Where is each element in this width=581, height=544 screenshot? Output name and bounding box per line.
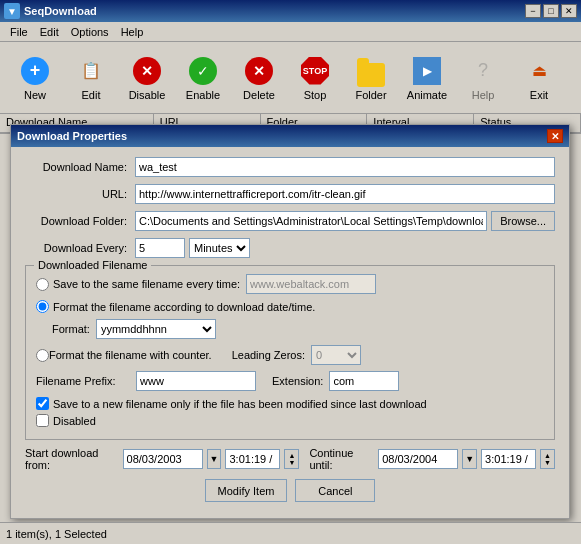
ext-input[interactable] bbox=[329, 371, 399, 391]
toolbar-enable-button[interactable]: ✓ Enable bbox=[176, 47, 230, 109]
enable-icon: ✓ bbox=[187, 55, 219, 87]
radio2-label: Format the filename according to downloa… bbox=[53, 301, 315, 313]
continue-label: Continue until: bbox=[309, 447, 374, 471]
folder-icon bbox=[355, 55, 387, 87]
minimize-button[interactable]: − bbox=[525, 4, 541, 18]
menu-file[interactable]: File bbox=[4, 24, 34, 40]
radio-same-filename[interactable] bbox=[36, 278, 49, 291]
download-properties-dialog: Download Properties ✕ Download Name: URL… bbox=[10, 124, 570, 519]
same-filename-input[interactable] bbox=[246, 274, 376, 294]
group-title: Downloaded Filename bbox=[34, 259, 151, 271]
folder-label: Folder bbox=[355, 89, 386, 101]
download-name-row: Download Name: bbox=[25, 157, 555, 177]
dialog-close-button[interactable]: ✕ bbox=[547, 129, 563, 143]
radio2-row: Format the filename according to downloa… bbox=[36, 300, 544, 313]
help-icon: ? bbox=[467, 55, 499, 87]
every-unit-select[interactable]: Minutes Hours Days bbox=[189, 238, 250, 258]
checkbox2-row: Disabled bbox=[36, 414, 544, 427]
prefix-ext-row: Filename Prefix: Extension: bbox=[36, 371, 544, 391]
toolbar-new-button[interactable]: + New bbox=[8, 47, 62, 109]
leading-zeros-label: Leading Zeros: bbox=[232, 349, 305, 361]
radio1-label: Save to the same filename every time: bbox=[53, 278, 240, 290]
close-button[interactable]: ✕ bbox=[561, 4, 577, 18]
end-time-spin[interactable]: ▲▼ bbox=[540, 449, 555, 469]
ext-label: Extension: bbox=[272, 375, 323, 387]
animate-label: Animate bbox=[407, 89, 447, 101]
start-date-input[interactable] bbox=[123, 449, 203, 469]
disable-label: Disable bbox=[129, 89, 166, 101]
maximize-button[interactable]: □ bbox=[543, 4, 559, 18]
new-label: New bbox=[24, 89, 46, 101]
modify-item-button[interactable]: Modify Item bbox=[205, 479, 288, 502]
folder-input[interactable] bbox=[135, 211, 487, 231]
url-row: URL: bbox=[25, 184, 555, 204]
delete-label: Delete bbox=[243, 89, 275, 101]
disable-icon: ✕ bbox=[131, 55, 163, 87]
radio3-label: Format the filename with counter. bbox=[49, 349, 212, 361]
start-date-dropdown[interactable]: ▼ bbox=[207, 449, 222, 469]
radio-counter[interactable] bbox=[36, 349, 49, 362]
toolbar-exit-button[interactable]: ⏏ Exit bbox=[512, 47, 566, 109]
format-select[interactable]: yymmddhhnn bbox=[96, 319, 216, 339]
end-time-input[interactable] bbox=[481, 449, 536, 469]
start-label: Start download from: bbox=[25, 447, 119, 471]
prefix-label: Filename Prefix: bbox=[36, 375, 136, 387]
download-name-label: Download Name: bbox=[25, 161, 135, 173]
checkbox2-label: Disabled bbox=[53, 415, 96, 427]
disabled-checkbox[interactable] bbox=[36, 414, 49, 427]
dialog-title-text: Download Properties bbox=[17, 130, 127, 142]
menu-bar: File Edit Options Help bbox=[0, 22, 581, 42]
exit-label: Exit bbox=[530, 89, 548, 101]
every-label: Download Every: bbox=[25, 242, 135, 254]
cancel-button[interactable]: Cancel bbox=[295, 479, 375, 502]
filename-group: Downloaded Filename Save to the same fil… bbox=[25, 265, 555, 440]
every-row: Download Every: Minutes Hours Days bbox=[25, 238, 555, 258]
end-date-dropdown[interactable]: ▼ bbox=[462, 449, 477, 469]
animate-icon: ▶ bbox=[411, 55, 443, 87]
prefix-input[interactable] bbox=[136, 371, 256, 391]
url-input[interactable] bbox=[135, 184, 555, 204]
modal-overlay: Download Properties ✕ Download Name: URL… bbox=[8, 114, 573, 520]
status-text: 1 item(s), 1 Selected bbox=[6, 528, 107, 540]
end-date-input[interactable] bbox=[378, 449, 458, 469]
start-time-spin[interactable]: ▲▼ bbox=[284, 449, 299, 469]
browse-button[interactable]: Browse... bbox=[491, 211, 555, 231]
url-label: URL: bbox=[25, 188, 135, 200]
folder-label: Download Folder: bbox=[25, 215, 135, 227]
app-icon: ▼ bbox=[4, 3, 20, 19]
start-time-input[interactable] bbox=[225, 449, 280, 469]
toolbar-disable-button[interactable]: ✕ Disable bbox=[120, 47, 174, 109]
leading-zeros-select[interactable]: 0 bbox=[311, 345, 361, 365]
enable-label: Enable bbox=[186, 89, 220, 101]
dialog-title-bar: Download Properties ✕ bbox=[11, 125, 569, 147]
menu-edit[interactable]: Edit bbox=[34, 24, 65, 40]
toolbar-help-button[interactable]: ? Help bbox=[456, 47, 510, 109]
toolbar-delete-button[interactable]: ✕ Delete bbox=[232, 47, 286, 109]
new-icon: + bbox=[19, 55, 51, 87]
every-num-input[interactable] bbox=[135, 238, 185, 258]
stop-label: Stop bbox=[304, 89, 327, 101]
edit-label: Edit bbox=[82, 89, 101, 101]
menu-help[interactable]: Help bbox=[115, 24, 150, 40]
toolbar-stop-button[interactable]: STOP Stop bbox=[288, 47, 342, 109]
checkbox1-label: Save to a new filename only if the file … bbox=[53, 398, 427, 410]
modified-checkbox[interactable] bbox=[36, 397, 49, 410]
toolbar-folder-button[interactable]: Folder bbox=[344, 47, 398, 109]
exit-icon: ⏏ bbox=[523, 55, 555, 87]
title-bar: ▼ SeqDownload − □ ✕ bbox=[0, 0, 581, 22]
window-controls: − □ ✕ bbox=[525, 4, 577, 18]
folder-row: Download Folder: Browse... bbox=[25, 211, 555, 231]
dialog-buttons: Modify Item Cancel bbox=[25, 479, 555, 508]
stop-icon: STOP bbox=[299, 55, 331, 87]
delete-icon: ✕ bbox=[243, 55, 275, 87]
radio-date-format[interactable] bbox=[36, 300, 49, 313]
format-label: Format: bbox=[52, 323, 90, 335]
menu-options[interactable]: Options bbox=[65, 24, 115, 40]
dialog-body: Download Name: URL: Download Folder: Bro… bbox=[11, 147, 569, 518]
download-name-input[interactable] bbox=[135, 157, 555, 177]
app-title: SeqDownload bbox=[24, 5, 97, 17]
radio1-row: Save to the same filename every time: bbox=[36, 274, 544, 294]
format-row: Format: yymmddhhnn bbox=[52, 319, 544, 339]
toolbar-edit-button[interactable]: 📋 Edit bbox=[64, 47, 118, 109]
toolbar-animate-button[interactable]: ▶ Animate bbox=[400, 47, 454, 109]
